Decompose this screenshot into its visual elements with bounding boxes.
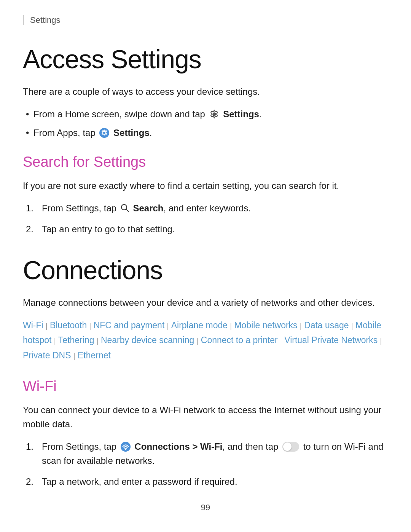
svg-point-8 (125, 449, 126, 450)
search-settings-title: Search for Settings (23, 154, 388, 170)
search-step-1-bold: Search (133, 203, 163, 213)
link-nfc[interactable]: NFC and payment (94, 320, 165, 330)
link-wifi[interactable]: Wi-Fi (23, 320, 43, 330)
search-step-1-suffix: , and enter keywords. (163, 203, 250, 213)
link-vpn[interactable]: Virtual Private Networks (284, 335, 378, 345)
link-nearby[interactable]: Nearby device scanning (101, 335, 194, 345)
wifi-step-2-text: Tap a network, and enter a password if r… (42, 476, 237, 487)
link-printer[interactable]: Connect to a printer (201, 335, 278, 345)
breadcrumb-label: Settings (30, 15, 61, 25)
access-settings-intro: There are a couple of ways to access you… (23, 85, 388, 99)
search-step-2: Tap an entry to go to that setting. (23, 222, 388, 236)
search-step-2-text: Tap an entry to go to that setting. (42, 224, 175, 234)
page-number: 99 (201, 503, 210, 513)
bullet-2-prefix: From Apps, tap (33, 128, 98, 138)
bullet-item-1: From a Home screen, swipe down and tap S… (23, 107, 388, 121)
link-data-usage[interactable]: Data usage (304, 320, 349, 330)
search-settings-steps: From Settings, tap Search, and enter key… (23, 201, 388, 236)
connections-title: Connections (23, 255, 388, 285)
bullet-1-prefix: From a Home screen, swipe down and tap (33, 109, 208, 119)
gear-settings-icon (209, 109, 220, 120)
link-airplane[interactable]: Airplane mode (171, 320, 228, 330)
bullet-2-suffix: . (150, 128, 152, 138)
wifi-step-1: From Settings, tap Connections > Wi-Fi, … (23, 439, 388, 468)
link-ethernet[interactable]: Ethernet (78, 350, 111, 360)
wifi-step-2: Tap a network, and enter a password if r… (23, 474, 388, 489)
svg-line-6 (126, 209, 129, 212)
search-icon (120, 203, 129, 212)
svg-point-4 (103, 132, 105, 134)
wifi-step-1-bold: Connections > Wi-Fi (134, 441, 222, 452)
toggle-icon (282, 442, 299, 452)
wifi-steps: From Settings, tap Connections > Wi-Fi, … (23, 439, 388, 489)
bullet-1-suffix: . (259, 109, 262, 119)
breadcrumb: Settings (23, 15, 388, 25)
search-settings-intro: If you are not sure exactly where to fin… (23, 179, 388, 193)
access-settings-title: Access Settings (23, 44, 388, 74)
connections-intro: Manage connections between your device a… (23, 296, 388, 310)
link-mobile-networks[interactable]: Mobile networks (234, 320, 297, 330)
wifi-step-1-middle: , and then tap (223, 441, 281, 452)
search-step-1: From Settings, tap Search, and enter key… (23, 201, 388, 215)
bullet-1-bold: Settings (223, 109, 259, 119)
access-settings-bullets: From a Home screen, swipe down and tap S… (23, 107, 388, 140)
wifi-title: Wi-Fi (23, 378, 388, 395)
search-step-1-prefix: From Settings, tap (42, 203, 119, 213)
bullet-item-2: From Apps, tap Settings. (23, 126, 388, 140)
link-tethering[interactable]: Tethering (58, 335, 94, 345)
connections-links: Wi-Fi | Bluetooth | NFC and payment | Ai… (23, 318, 388, 363)
bullet-2-bold: Settings (113, 128, 150, 138)
link-private-dns[interactable]: Private DNS (23, 350, 71, 360)
blue-settings-icon (99, 128, 110, 138)
wifi-connections-icon (120, 441, 131, 452)
wifi-step-1-prefix: From Settings, tap (42, 441, 119, 452)
wifi-intro: You can connect your device to a Wi-Fi n… (23, 403, 388, 431)
link-bluetooth[interactable]: Bluetooth (50, 320, 87, 330)
